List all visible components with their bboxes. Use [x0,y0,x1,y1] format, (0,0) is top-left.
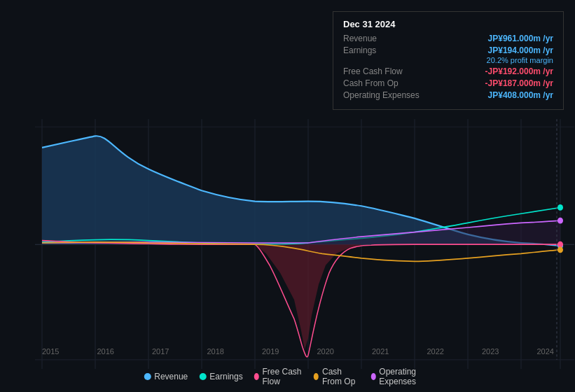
fcf-row: Free Cash Flow -JP¥192.000m /yr [343,66,553,76]
legend-dot-fcf [254,373,259,380]
legend-earnings[interactable]: Earnings [199,372,242,382]
svg-point-18 [557,241,563,248]
revenue-row: Revenue JP¥961.000m /yr [343,34,553,43]
cash-from-op-row: Cash From Op -JP¥187.000m /yr [343,78,553,88]
info-date: Dec 31 2024 [343,19,553,29]
x-label-2020: 2020 [317,347,334,356]
legend-label-earnings: Earnings [209,372,242,382]
x-label-2016: 2016 [97,347,114,356]
legend-dot-opex [370,373,375,380]
x-label-2015: 2015 [42,347,59,356]
x-label-2018: 2018 [207,347,224,356]
svg-point-16 [557,204,563,211]
cash-from-op-value: -JP¥187.000m /yr [485,78,553,88]
legend-dot-revenue [144,373,151,380]
legend-label-revenue: Revenue [154,372,188,382]
x-label-2017: 2017 [152,347,169,356]
x-label-2023: 2023 [482,347,499,356]
x-label-2019: 2019 [262,347,279,356]
opex-row: Operating Expenses JP¥408.000m /yr [343,90,553,100]
legend-revenue[interactable]: Revenue [144,372,188,382]
legend-cash-from-op[interactable]: Cash From Op [314,367,359,386]
x-label-2024: 2024 [537,347,554,356]
legend-dot-cash-from-op [314,373,319,380]
svg-point-19 [557,246,563,253]
revenue-label: Revenue [343,34,377,43]
legend-dot-earnings [199,373,206,380]
legend-fcf[interactable]: Free Cash Flow [254,367,303,386]
svg-point-17 [557,218,563,224]
earnings-value: JP¥194.000m /yr [488,46,553,55]
info-card: Dec 31 2024 Revenue JP¥961.000m /yr Earn… [333,11,564,110]
chart-legend: Revenue Earnings Free Cash Flow Cash Fro… [144,367,431,386]
opex-label: Operating Expenses [343,90,420,100]
fcf-label: Free Cash Flow [343,66,403,76]
x-axis-labels: 2015 2016 2017 2018 2019 2020 2021 2022 … [0,347,575,356]
earnings-label: Earnings [343,46,376,55]
x-label-2022: 2022 [427,347,444,356]
legend-label-cash-from-op: Cash From Op [322,367,360,386]
cash-from-op-label: Cash From Op [343,78,399,88]
x-label-2021: 2021 [372,347,389,356]
revenue-value: JP¥961.000m /yr [488,34,553,43]
legend-label-opex: Operating Expenses [379,367,431,386]
legend-opex[interactable]: Operating Expenses [370,367,431,386]
fcf-value: -JP¥192.000m /yr [485,66,553,76]
legend-label-fcf: Free Cash Flow [262,367,303,386]
earnings-row: Earnings JP¥194.000m /yr [343,46,553,55]
opex-value: JP¥408.000m /yr [488,90,553,100]
profit-margin: 20.2% profit margin [343,56,553,64]
